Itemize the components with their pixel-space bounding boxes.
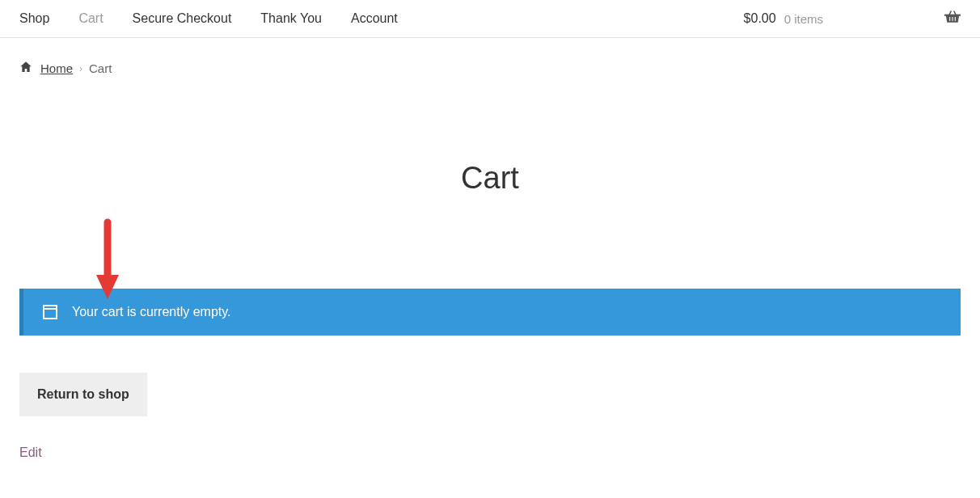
content-area: Your cart is currently empty. Return to … <box>0 289 980 460</box>
svg-rect-0 <box>944 15 961 16</box>
edit-link[interactable]: Edit <box>19 445 961 460</box>
home-icon <box>19 61 34 76</box>
nav-item-account[interactable]: Account <box>351 11 398 26</box>
nav-left: Shop Cart Secure Checkout Thank You Acco… <box>19 11 398 26</box>
cart-item-count: 0 items <box>784 12 823 26</box>
nav-item-secure-checkout[interactable]: Secure Checkout <box>133 11 232 26</box>
nav-item-cart[interactable]: Cart <box>78 11 103 26</box>
page-title: Cart <box>0 161 980 196</box>
breadcrumb: Home › Cart <box>0 38 980 84</box>
window-icon <box>43 305 57 319</box>
nav-item-shop[interactable]: Shop <box>19 11 49 26</box>
cart-total: $0.00 <box>744 11 776 26</box>
empty-cart-notice: Your cart is currently empty. <box>19 289 961 336</box>
breadcrumb-home-link[interactable]: Home <box>40 61 73 75</box>
nav-item-thank-you[interactable]: Thank You <box>260 11 322 26</box>
nav-cart-summary[interactable]: $0.00 0 items <box>744 10 961 27</box>
return-to-shop-button[interactable]: Return to shop <box>19 373 147 416</box>
basket-icon <box>831 10 961 27</box>
breadcrumb-current: Cart <box>89 61 112 75</box>
main-nav: Shop Cart Secure Checkout Thank You Acco… <box>0 0 980 38</box>
breadcrumb-separator: › <box>79 63 82 74</box>
notice-message: Your cart is currently empty. <box>72 305 231 319</box>
svg-rect-6 <box>44 306 57 319</box>
